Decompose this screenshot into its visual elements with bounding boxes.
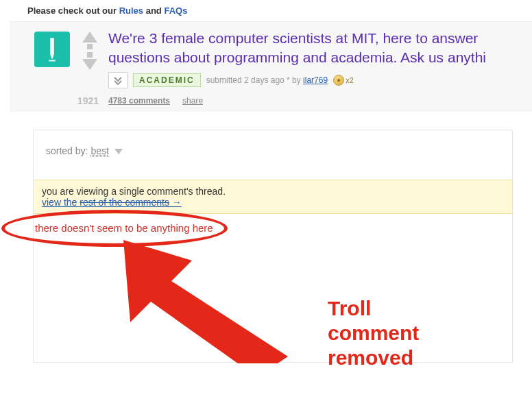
svg-marker-1 [50, 54, 54, 59]
svg-rect-0 [50, 38, 54, 55]
expand-button[interactable] [108, 72, 128, 88]
comments-panel: sorted by: best you are viewing a single… [33, 130, 513, 363]
view-rest-link[interactable]: view the rest of the comments → [42, 197, 182, 208]
downvote-button[interactable] [78, 52, 101, 71]
gild-count: x2 [346, 76, 354, 84]
post: We're 3 female computer scientists at MI… [10, 21, 532, 112]
post-title[interactable]: We're 3 female computer scientists at MI… [108, 30, 486, 65]
top-notice: Please check out our Rules and FAQs [0, 0, 532, 17]
sort-bar: sorted by: best [34, 130, 512, 163]
share-link[interactable]: share [182, 96, 203, 106]
single-thread-infobar: you are viewing a single comment's threa… [34, 180, 512, 214]
post-tagline: ACADEMIC submitted 2 days ago * by ilar7… [108, 72, 532, 88]
sort-label: sorted by: [46, 145, 90, 156]
sort-select[interactable]: best [90, 145, 108, 157]
notice-prefix: Please check out our [27, 5, 119, 16]
empty-message: there doesn't seem to be anything here [35, 222, 213, 234]
gold-icon: ★ [333, 75, 344, 86]
rules-link[interactable]: Rules [119, 5, 143, 16]
post-bottom-row: 1921 4783 comments share [10, 95, 532, 106]
gild-badge[interactable]: ★ x2 [333, 75, 354, 86]
submitted-text: submitted 2 days ago * by ilar769 [206, 75, 328, 85]
infobar-line1: you are viewing a single comment's threa… [42, 186, 504, 197]
author-link[interactable]: ilar769 [303, 75, 328, 85]
comments-link[interactable]: 4783 comments [108, 96, 170, 106]
chevron-down-icon [114, 149, 123, 154]
post-thumbnail[interactable] [34, 32, 70, 67]
vote-column [78, 30, 101, 71]
text-post-icon [45, 36, 60, 62]
faqs-link[interactable]: FAQs [164, 5, 187, 16]
post-score: 1921 [10, 95, 108, 106]
upvote-button[interactable] [78, 30, 101, 49]
chevron-down-icon [113, 75, 123, 85]
post-flair[interactable]: ACADEMIC [133, 73, 201, 87]
svg-rect-2 [49, 60, 55, 62]
